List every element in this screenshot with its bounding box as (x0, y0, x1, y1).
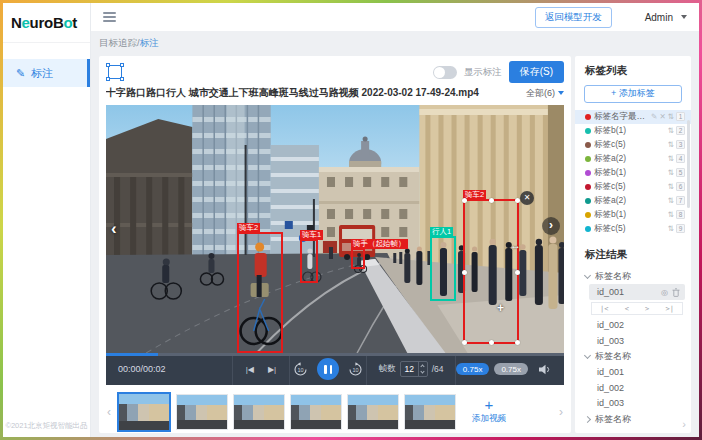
delete-icon[interactable]: ✕ (659, 112, 665, 121)
label-row[interactable]: 标签c(5) ⇅6 (575, 180, 691, 194)
edit-icon[interactable]: ✎ (651, 112, 657, 121)
add-video-button[interactable]: + 添加视频 (461, 391, 517, 433)
resize-handle[interactable] (462, 270, 467, 275)
video-canvas[interactable]: 骑车2 骑车1 骑手（起始帧） 行人1 骑车2 (106, 105, 564, 353)
resize-handle[interactable] (515, 340, 520, 345)
prev-frame-icon[interactable]: |◀ (246, 365, 254, 374)
speed-pill[interactable]: 0.75x (494, 363, 528, 375)
group-name: 标签名称 (595, 413, 631, 426)
label-row[interactable]: 标签b(1) ⇅5 (575, 166, 691, 180)
label-name: 标签a(2) (594, 195, 665, 207)
frame-total: /64 (432, 364, 444, 374)
next-frame-icon[interactable]: > (645, 305, 649, 313)
shortcut-key-badge: 9 (676, 224, 685, 233)
scrollbar[interactable] (687, 120, 690, 208)
add-label-button[interactable]: + 添加标签 (584, 85, 682, 103)
resize-handle[interactable] (489, 340, 494, 345)
result-group-collapsed[interactable]: 标签名称 (575, 411, 691, 427)
user-name[interactable]: Admin (645, 12, 673, 23)
video-thumbnail[interactable] (290, 394, 342, 430)
topbar: 返回模型开发 Admin (91, 3, 699, 31)
label-row[interactable]: 标签c(5) ⇅3 (575, 138, 691, 152)
pause-button[interactable] (317, 358, 339, 380)
main-column: 返回模型开发 Admin 目标追踪/标注 显示标注 保 (91, 3, 699, 437)
result-group[interactable]: 标签名称 (575, 349, 691, 365)
result-item[interactable]: id_003 (589, 333, 685, 349)
video-thumbnail-selected[interactable] (117, 392, 171, 432)
step-down-icon[interactable] (419, 369, 427, 376)
result-group[interactable]: 标签名称 (575, 269, 691, 285)
label-row[interactable]: 标签a(2) ⇅7 (575, 194, 691, 208)
prev-frame-icon[interactable]: < (625, 305, 629, 313)
first-frame-icon[interactable]: |< (600, 305, 608, 313)
resize-handle[interactable] (462, 198, 467, 203)
forward-10-icon[interactable]: 10 (348, 362, 363, 377)
sidebar-item-annotation[interactable]: ✎ 标注 (3, 59, 90, 87)
panel-more-icon[interactable]: › (682, 418, 686, 430)
save-button[interactable]: 保存(S) (509, 61, 564, 83)
resize-handle[interactable] (462, 340, 467, 345)
result-item[interactable]: id_001 (589, 364, 685, 380)
collapse-sidebar-icon[interactable] (103, 10, 116, 24)
frame-skip-section: |◀ ▶| (232, 353, 290, 385)
label-name: 标签a(2) (594, 153, 665, 165)
annotation-box-label: 骑手（起始帧） (351, 239, 408, 249)
swap-icon: ⇅ (668, 154, 674, 163)
locate-icon[interactable]: ◎ (661, 288, 668, 297)
next-video-icon[interactable]: › (542, 217, 560, 235)
video-filter-dropdown[interactable]: 全部(6) (526, 87, 564, 100)
result-item[interactable]: id_003 (589, 396, 685, 412)
annotation-box[interactable]: 骑车1 (300, 239, 318, 283)
annotation-box-selected[interactable]: 骑车2 ✕ (463, 199, 519, 344)
result-item-selected[interactable]: id_001 ◎ (589, 284, 685, 300)
breadcrumb-parent[interactable]: 目标追踪 (99, 37, 137, 48)
frame-number-input[interactable]: 12 (400, 361, 428, 377)
bbox-tool-icon[interactable] (108, 65, 122, 79)
label-row[interactable]: 标签c(5) ⇅9 (575, 222, 691, 236)
pencil-icon: ✎ (16, 67, 25, 80)
caret-down-icon[interactable] (681, 15, 687, 19)
swap-icon: ⇅ (668, 140, 674, 149)
tool-row: 显示标注 保存(S) (106, 60, 564, 84)
resize-handle[interactable] (515, 270, 520, 275)
annotation-box[interactable]: 骑手（起始帧） (351, 248, 365, 269)
label-row[interactable]: 标签b(1) ⇅2 (575, 124, 691, 138)
avatar[interactable] (620, 9, 637, 26)
result-item[interactable]: id_002 (589, 317, 685, 333)
delete-box-icon[interactable]: ✕ (520, 191, 534, 205)
trash-icon[interactable] (672, 288, 680, 297)
prev-video-icon[interactable]: ‹ (111, 219, 117, 239)
thumbs-next-icon[interactable]: › (558, 405, 564, 419)
next-frame-icon[interactable]: ▶| (268, 365, 276, 374)
shortcut-key-badge: 2 (676, 126, 685, 135)
sidebar: NeuroBot ✎ 标注 ©2021北京矩视智能出品 (3, 3, 91, 437)
progress-bar[interactable] (106, 353, 564, 356)
speed-pill-active[interactable]: 0.75x (456, 363, 490, 375)
video-thumbnail[interactable] (347, 394, 399, 430)
result-id: id_001 (597, 367, 624, 377)
progress-fill (106, 353, 158, 356)
label-row[interactable]: 标签b(1) ⇅8 (575, 208, 691, 222)
frame-number-value[interactable]: 12 (401, 362, 418, 376)
label-row[interactable]: 标签a(2) ⇅4 (575, 152, 691, 166)
result-item[interactable]: id_002 (589, 380, 685, 396)
step-up-icon[interactable] (419, 362, 427, 369)
svg-text:10: 10 (353, 366, 359, 372)
app-logo: NeuroBot (3, 3, 90, 43)
annotation-box-label: 骑车2 (237, 223, 260, 233)
back-to-model-dev-button[interactable]: 返回模型开发 (535, 7, 612, 28)
thumbs-prev-icon[interactable]: ‹ (106, 405, 112, 419)
annotation-box[interactable]: 行人1 (430, 236, 456, 301)
show-annotation-toggle[interactable] (433, 66, 457, 79)
video-thumbnail[interactable] (176, 394, 228, 430)
result-id: id_001 (597, 287, 624, 297)
video-thumbnail[interactable] (404, 394, 456, 430)
last-frame-icon[interactable]: >| (665, 305, 673, 313)
annotation-box[interactable]: 骑车2 (237, 232, 283, 353)
resize-handle[interactable] (489, 198, 494, 203)
video-thumbnail[interactable] (233, 394, 285, 430)
chevron-down-icon (584, 272, 591, 279)
volume-icon[interactable] (539, 364, 552, 375)
label-row[interactable]: 标签名字最长数... ✎✕⇅1 (575, 110, 691, 124)
replay-10-icon[interactable]: 10 (293, 362, 308, 377)
